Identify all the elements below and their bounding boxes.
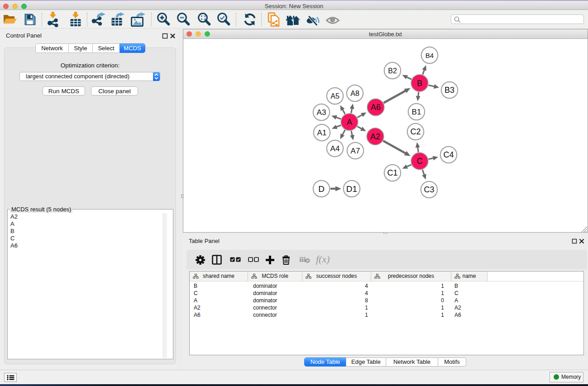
svg-text:A2: A2: [370, 132, 380, 141]
svg-text:A7: A7: [351, 147, 360, 155]
svg-text:A4: A4: [330, 144, 340, 153]
svg-text:C1: C1: [387, 168, 397, 177]
svg-text:C4: C4: [443, 150, 454, 159]
svg-text:B2: B2: [388, 67, 397, 75]
svg-text:C2: C2: [410, 127, 421, 136]
svg-text:A3: A3: [317, 108, 326, 117]
svg-text:A1: A1: [317, 129, 327, 137]
svg-text:B3: B3: [445, 86, 454, 95]
svg-text:B4: B4: [425, 52, 434, 59]
svg-text:A: A: [347, 118, 352, 127]
svg-text:D: D: [318, 184, 325, 194]
svg-text:D1: D1: [346, 184, 357, 194]
svg-text:C3: C3: [424, 185, 434, 194]
svg-text:B: B: [417, 79, 422, 88]
svg-text:A8: A8: [350, 90, 359, 97]
svg-text:A5: A5: [330, 92, 339, 100]
svg-text:C: C: [417, 157, 423, 166]
svg-text:B1: B1: [412, 108, 421, 116]
svg-text:A6: A6: [371, 103, 381, 112]
